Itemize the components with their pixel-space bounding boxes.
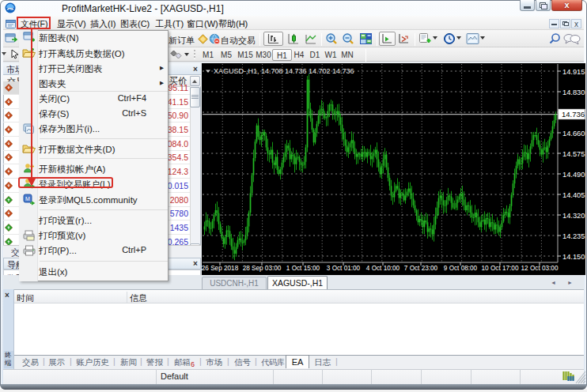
svg-text:26 Sep 2018: 26 Sep 2018 — [202, 265, 239, 272]
svg-text:1 Oct 15:00: 1 Oct 15:00 — [286, 265, 320, 272]
svg-text:14.235: 14.235 — [562, 232, 585, 240]
svg-text:PM: PM — [8, 7, 13, 11]
svg-text:14.575: 14.575 — [562, 150, 585, 158]
svg-text:14.660: 14.660 — [562, 130, 585, 138]
svg-text:14.830: 14.830 — [562, 89, 585, 96]
svg-text:12 Oct 03:00: 12 Oct 03:00 — [521, 265, 559, 272]
svg-text:10 Oct 17:00: 10 Oct 17:00 — [482, 265, 519, 272]
svg-text:3 Oct 01:00: 3 Oct 01:00 — [327, 265, 361, 272]
svg-text:14.915: 14.915 — [562, 68, 585, 76]
svg-text:14.736: 14.736 — [562, 110, 585, 119]
svg-text:7 Oct 23:00: 7 Oct 23:00 — [404, 265, 438, 272]
svg-text:28 Sep 03:00: 28 Sep 03:00 — [243, 265, 282, 272]
svg-text:M: M — [25, 196, 30, 202]
svg-text:14.405: 14.405 — [562, 191, 585, 199]
svg-text:14.150: 14.150 — [562, 253, 585, 261]
svg-text:4 Oct 10:00: 4 Oct 10:00 — [366, 265, 400, 272]
svg-text:14.490: 14.490 — [562, 171, 585, 179]
svg-text:XAGUSD-,H1, 14.708 14.736 14.7: XAGUSD-,H1, 14.708 14.736 14.702 14.736 — [214, 67, 354, 75]
svg-text:9 Oct 08:00: 9 Oct 08:00 — [444, 265, 478, 272]
svg-text:14.320: 14.320 — [562, 212, 585, 220]
